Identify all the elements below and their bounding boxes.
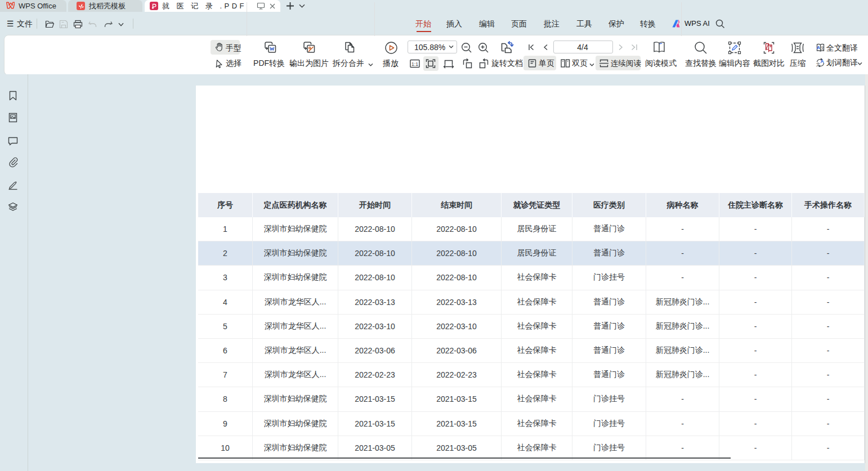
svg-text:A: A: [817, 45, 820, 50]
svg-text:A: A: [820, 59, 824, 64]
svg-text:文: 文: [816, 62, 821, 67]
svg-text:文: 文: [821, 46, 825, 50]
svg-text:1:1: 1:1: [411, 61, 418, 67]
